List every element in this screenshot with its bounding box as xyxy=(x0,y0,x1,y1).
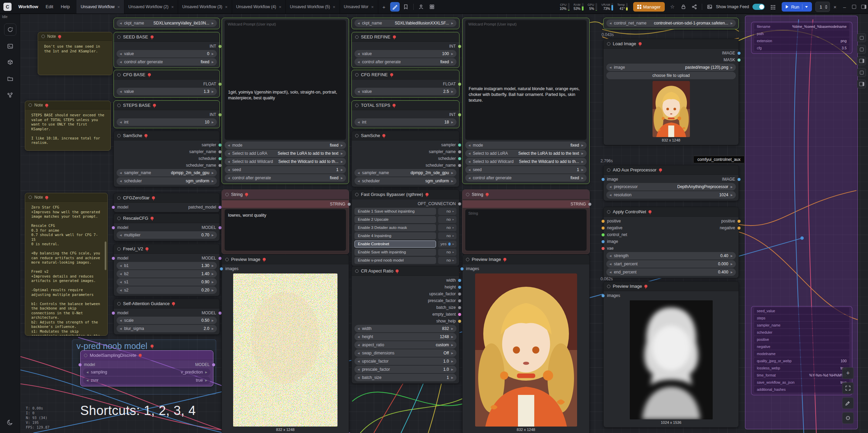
increment-arrow-icon[interactable]: ▶ xyxy=(212,180,214,183)
output-dot[interactable] xyxy=(458,113,461,116)
param-negative[interactable]: negative xyxy=(754,343,849,350)
collapse-icon[interactable] xyxy=(466,258,469,261)
collapse-icon[interactable] xyxy=(117,35,121,39)
collapse-icon[interactable] xyxy=(117,104,121,107)
decrement-arrow-icon[interactable]: ◀ xyxy=(468,168,470,171)
decrement-arrow-icon[interactable]: ◀ xyxy=(358,376,360,379)
share-icon[interactable] xyxy=(690,2,699,12)
param-time-format[interactable]: time_format%Y-%m-%d %H%M%S xyxy=(754,372,849,378)
widget-b1[interactable]: ◀b11.30▶ xyxy=(117,262,217,269)
collapse-icon[interactable] xyxy=(117,247,121,251)
node-seed-base[interactable]: SEED BASEINT◀value0▶◀control after gener… xyxy=(114,32,220,68)
collapse-icon[interactable] xyxy=(225,258,229,261)
increment-arrow-icon[interactable]: ▶ xyxy=(581,177,584,180)
bypass-enable-4-inpainting[interactable]: Enable 4 Inpaintingno▸ xyxy=(354,232,456,240)
node-ckpt-base[interactable]: ◀ckpt_nameSDXL\uncannyValley_ilxl10N...▶ xyxy=(114,18,220,29)
decrement-arrow-icon[interactable]: ◀ xyxy=(609,22,611,25)
run-options-caret[interactable] xyxy=(805,6,808,8)
increment-arrow-icon[interactable]: ▶ xyxy=(451,335,453,338)
batch-count-stepper[interactable]: 1 xyxy=(815,2,830,12)
node-header[interactable]: RescaleCFG xyxy=(114,214,220,223)
bypass-value[interactable]: no▸ xyxy=(438,249,456,256)
param-steps[interactable]: steps xyxy=(754,315,849,321)
star-icon[interactable]: ☆ xyxy=(668,2,677,12)
image-feed-icon[interactable] xyxy=(705,2,714,12)
widget-preprocessor[interactable]: ◀preprocessorDepthAnythingPreprocessor▶ xyxy=(606,183,736,190)
minimize-icon[interactable]: – xyxy=(840,2,849,11)
node-cfg-refine[interactable]: CFG REFINEFLOAT◀value2.5▶ xyxy=(351,70,459,98)
output-dot[interactable] xyxy=(219,45,222,48)
side-toolbar-button-4[interactable] xyxy=(857,68,866,77)
output-dot[interactable] xyxy=(458,299,461,302)
text-area[interactable]: lowres, worst quality xyxy=(225,209,346,251)
widget-aspect-ratio[interactable]: ◀aspect_ratiocustom▶ xyxy=(354,341,456,349)
input-dot[interactable] xyxy=(602,247,605,250)
node-note-1[interactable]: NoteDon't use the same seed in the 1st a… xyxy=(38,32,112,75)
node-freeu-v2[interactable]: FreeU_V2modelMODEL◀b11.30▶◀b21.40▶◀s10.9… xyxy=(114,244,220,296)
collapse-icon[interactable] xyxy=(355,104,359,107)
output-dot[interactable] xyxy=(219,164,222,167)
node-header[interactable]: ModelSamplingDiscrete xyxy=(81,351,213,360)
output-dot[interactable] xyxy=(458,293,461,296)
focus-target-button[interactable] xyxy=(842,412,854,424)
increment-arrow-icon[interactable]: ▶ xyxy=(451,344,453,347)
input-dot[interactable] xyxy=(220,267,223,270)
widget-control-after-generate[interactable]: ◀control after generatefixed▶ xyxy=(465,174,587,182)
decrement-arrow-icon[interactable]: ◀ xyxy=(120,22,122,25)
node-header[interactable]: AIO Aux Preprocessor xyxy=(604,165,739,175)
widget-blur-sigma[interactable]: ◀blur_sigma2.0▶ xyxy=(117,325,217,332)
menu-workflow[interactable]: Workflow xyxy=(15,0,41,14)
output-dot[interactable] xyxy=(458,279,461,282)
widget-select-to-add-lora[interactable]: ◀Select to add LoRASelect the LoRA to ad… xyxy=(465,150,587,157)
increment-arrow-icon[interactable]: ▶ xyxy=(731,263,733,266)
increment-arrow-icon[interactable]: ▶ xyxy=(212,327,214,330)
theme-moon-icon[interactable] xyxy=(4,417,16,428)
increment-arrow-icon[interactable]: ▶ xyxy=(341,168,343,171)
chevron-right-icon[interactable]: ▸ xyxy=(452,226,454,229)
decrement-arrow-icon[interactable]: ◀ xyxy=(609,271,611,274)
node-seed-refine[interactable]: SEED REFINEINT◀value100▶◀control after g… xyxy=(351,32,459,68)
node-fast-groups-bypasser[interactable]: Fast Groups Bypasser (rgthree)OPT_CONNEC… xyxy=(351,189,459,266)
manager-button[interactable]: Manager xyxy=(633,2,664,12)
input-dot[interactable] xyxy=(602,178,605,181)
increment-arrow-icon[interactable]: ▶ xyxy=(341,144,343,147)
menu-edit[interactable]: Edit xyxy=(42,0,56,14)
param-seed-value[interactable]: seed_value xyxy=(754,307,849,314)
node-header[interactable]: Note xyxy=(25,193,107,202)
bypass-enable-controlnet[interactable]: Enable Controlnetyes▸ xyxy=(354,240,456,248)
zoom-in-button[interactable]: + xyxy=(842,367,854,379)
node-header[interactable]: FreeU_V2 xyxy=(114,244,220,254)
output-dot[interactable] xyxy=(219,144,222,147)
model-library-icon[interactable] xyxy=(4,57,16,68)
close-tab-icon[interactable]: × xyxy=(333,4,335,10)
decrement-arrow-icon[interactable]: ◀ xyxy=(609,185,611,188)
node-header[interactable]: Note xyxy=(38,32,112,41)
increment-arrow-icon[interactable]: ▶ xyxy=(212,171,214,174)
bypass-value[interactable]: yes▸ xyxy=(438,240,456,248)
new-workflow-button[interactable]: + xyxy=(379,2,389,12)
increment-arrow-icon[interactable]: ▶ xyxy=(731,271,733,274)
node-save-params-a[interactable]: filename%time_%seed_%basemodelnamepathex… xyxy=(751,22,852,54)
increment-arrow-icon[interactable]: ▶ xyxy=(731,22,733,25)
fit-view-button[interactable] xyxy=(842,382,854,394)
decrement-arrow-icon[interactable]: ◀ xyxy=(120,121,122,124)
increment-arrow-icon[interactable]: ▶ xyxy=(451,368,453,371)
increment-arrow-icon[interactable]: ▶ xyxy=(212,319,214,322)
widget-scheduler[interactable]: ◀schedulersgm_uniform▶ xyxy=(354,177,456,185)
close-icon[interactable]: × xyxy=(831,2,839,11)
workflow-tab[interactable]: Unsaved Workflow (5)× xyxy=(286,0,340,14)
decrement-arrow-icon[interactable]: ◀ xyxy=(120,319,122,322)
node-cr-aspect-ratio[interactable]: CR Aspect Ratiowidthheightupscale_factor… xyxy=(351,266,459,384)
increment-arrow-icon[interactable]: ▶ xyxy=(731,254,733,257)
widget-int[interactable]: ◀int10▶ xyxy=(117,118,217,126)
node-samsche-base[interactable]: SamSchesamplersampler_nameschedulersched… xyxy=(114,131,220,187)
param-additional-hashes[interactable]: additional_hashes xyxy=(754,386,849,393)
chevron-right-icon[interactable]: ▸ xyxy=(452,210,454,213)
increment-arrow-icon[interactable]: ▶ xyxy=(731,185,733,188)
increment-arrow-icon[interactable]: ▶ xyxy=(205,379,207,382)
workflow-tab[interactable]: Unsaved Workflow (4)× xyxy=(232,0,286,14)
widget-select-to-add-lora[interactable]: ◀Select to add LoRASelect the LoRA to ad… xyxy=(225,150,346,157)
node-header[interactable]: String xyxy=(463,190,589,199)
workflow-tab[interactable]: Unsaved Workflow (2)× xyxy=(124,0,178,14)
node-header[interactable]: Preview Image xyxy=(463,255,589,264)
